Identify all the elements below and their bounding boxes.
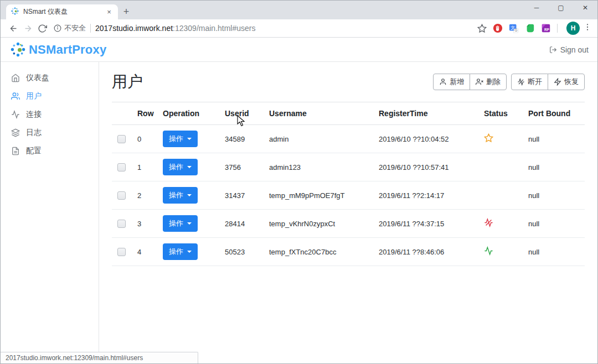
- cell-registertime: 2019/6/10 ??10:04:52: [374, 125, 480, 153]
- page-title: 用户: [112, 71, 143, 92]
- sign-out-button[interactable]: Sign out: [549, 45, 589, 54]
- table-header-row: Row Operation Userid Username RegisterTi…: [112, 102, 585, 125]
- browser-toolbar: 不安全 2017studio.imwork.net:12309/main.htm…: [1, 19, 597, 38]
- tab-title: NSmart 仪表盘: [23, 7, 101, 17]
- col-header-row: Row: [133, 102, 158, 125]
- url-host: 2017studio.imwork.net: [95, 24, 173, 33]
- table-row: 0 操作 34589 admin 2019/6/10 ??10:04:52 nu…: [112, 125, 585, 153]
- bookmark-star-icon[interactable]: [475, 22, 488, 35]
- pulse-on-icon: [484, 249, 493, 257]
- status-bar: 2017studio.imwork.net:12309/main.html#us…: [1, 352, 198, 363]
- profile-avatar[interactable]: H: [566, 22, 580, 35]
- svg-text:RP: RP: [544, 28, 549, 32]
- maximize-button[interactable]: ▢: [549, 1, 573, 15]
- cell-username: temp_mM9pPmOE7fgT: [265, 181, 374, 210]
- browser-window: NSmart 仪表盘 × + ─ ▢ ✕ 不安全 2017studio.imwo…: [0, 0, 598, 364]
- info-icon: [54, 24, 61, 32]
- window-controls: ─ ▢ ✕: [524, 1, 597, 15]
- cell-userid: 50523: [220, 238, 265, 266]
- cell-row-index: 0: [133, 125, 158, 153]
- chevron-down-icon: [187, 138, 192, 140]
- restore-button[interactable]: 恢复: [548, 74, 585, 90]
- main-content: 用户 新增 删除: [99, 62, 597, 364]
- chevron-down-icon: [187, 166, 192, 168]
- sidebar-item-label: 仪表盘: [26, 73, 49, 83]
- cell-port-bound: null: [524, 181, 585, 210]
- new-tab-button[interactable]: +: [118, 4, 135, 19]
- col-header-checkbox: [112, 102, 133, 125]
- adblock-icon[interactable]: [491, 22, 504, 35]
- brand-logo-icon: [9, 41, 27, 58]
- close-button[interactable]: ✕: [573, 1, 597, 15]
- user-plus-icon: [439, 78, 447, 86]
- address-bar[interactable]: 2017studio.imwork.net:12309/main.html#us…: [95, 24, 256, 33]
- col-header-registertime: RegisterTime: [374, 102, 480, 125]
- zap-icon: [554, 78, 561, 86]
- operation-dropdown-button[interactable]: 操作: [163, 243, 198, 260]
- operation-dropdown-button[interactable]: 操作: [163, 187, 198, 204]
- col-header-operation: Operation: [158, 102, 220, 125]
- tab-close-icon[interactable]: ×: [105, 8, 114, 17]
- sidebar-item-label: 用户: [26, 91, 42, 101]
- cell-userid: 31437: [220, 181, 265, 210]
- axure-rp-icon[interactable]: RP: [539, 22, 553, 35]
- sidebar-item-connections[interactable]: 连接: [1, 105, 99, 123]
- operation-dropdown-button[interactable]: 操作: [163, 159, 198, 175]
- cell-row-index: 4: [133, 238, 158, 266]
- minimize-button[interactable]: ─: [524, 1, 549, 15]
- forward-icon[interactable]: [20, 21, 35, 35]
- table-row: 1 操作 3756 admin123 2019/6/10 ??10:57:41 …: [112, 153, 585, 181]
- security-indicator[interactable]: 不安全: [54, 23, 86, 33]
- reload-icon[interactable]: [35, 21, 49, 35]
- table-row: 2 操作 31437 temp_mM9pPmOE7fgT 2019/6/11 ?…: [112, 181, 585, 210]
- row-checkbox[interactable]: [117, 191, 126, 200]
- tab-strip: NSmart 仪表盘 × + ─ ▢ ✕: [1, 1, 597, 19]
- action-buttons: 新增 删除 断开 恢复: [433, 74, 585, 90]
- browser-tab[interactable]: NSmart 仪表盘 ×: [6, 4, 118, 19]
- star-icon: [484, 136, 493, 144]
- row-checkbox[interactable]: [117, 248, 126, 256]
- disconnect-button[interactable]: 断开: [511, 74, 548, 90]
- cell-row-index: 1: [133, 153, 158, 181]
- translate-icon[interactable]: 文G: [507, 22, 520, 35]
- evernote-icon[interactable]: [523, 22, 537, 35]
- sidebar-item-users[interactable]: 用户: [1, 87, 99, 105]
- cell-row-index: 3: [133, 210, 158, 238]
- delete-user-button[interactable]: 删除: [470, 74, 507, 90]
- sidebar-item-dashboard[interactable]: 仪表盘: [1, 69, 99, 87]
- cell-username: temp_fXTnc20C7bcc: [265, 238, 374, 266]
- svg-text:G: G: [515, 28, 518, 32]
- row-checkbox[interactable]: [117, 220, 126, 228]
- browser-menu-icon[interactable]: [583, 23, 592, 34]
- operation-dropdown-button[interactable]: 操作: [163, 131, 198, 147]
- file-icon: [11, 147, 20, 155]
- cell-userid: 28414: [220, 210, 265, 238]
- add-user-button[interactable]: 新增: [433, 74, 470, 90]
- col-header-status: Status: [480, 102, 524, 125]
- cell-port-bound: null: [524, 210, 585, 238]
- logout-icon: [549, 46, 557, 54]
- pulse-off-icon: [484, 221, 493, 229]
- users-table: Row Operation Userid Username RegisterTi…: [112, 102, 585, 266]
- back-icon[interactable]: [6, 21, 20, 35]
- col-header-portbound: Port Bound: [524, 102, 585, 125]
- operation-dropdown-button[interactable]: 操作: [163, 215, 198, 232]
- table-row: 4 操作 50523 temp_fXTnc20C7bcc 2019/6/11 ?…: [112, 238, 585, 266]
- divider: [557, 24, 558, 33]
- row-checkbox[interactable]: [117, 135, 126, 143]
- chevron-down-icon: [187, 222, 192, 225]
- cell-port-bound: null: [524, 153, 585, 181]
- home-icon: [11, 74, 20, 82]
- sidebar-item-logs[interactable]: 日志: [1, 123, 99, 142]
- favicon: [11, 7, 19, 18]
- cell-registertime: 2019/6/11 ??4:37:15: [374, 210, 480, 238]
- app-header: NSMartProxy Sign out: [1, 38, 597, 62]
- sidebar-item-config[interactable]: 配置: [1, 142, 99, 160]
- chevron-down-icon: [187, 194, 192, 196]
- cell-row-index: 2: [133, 181, 158, 210]
- sidebar: 仪表盘 用户 连接 日志 配置: [1, 62, 99, 364]
- cell-userid: 3756: [220, 153, 265, 181]
- layers-icon: [11, 128, 20, 137]
- sidebar-item-label: 配置: [26, 146, 42, 156]
- row-checkbox[interactable]: [117, 163, 126, 171]
